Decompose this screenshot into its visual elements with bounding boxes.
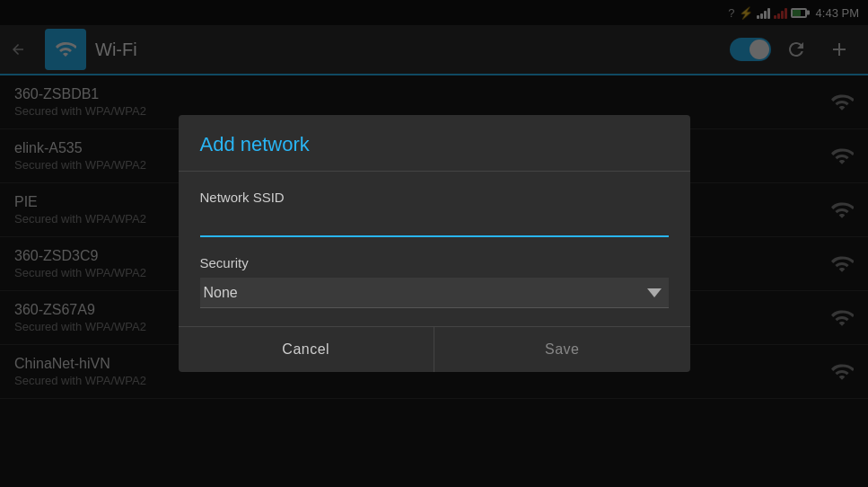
dialog-footer: Cancel Save <box>179 326 690 372</box>
security-label: Security <box>200 255 669 270</box>
save-button[interactable]: Save <box>434 327 690 372</box>
security-select[interactable]: None WEP WPA/WPA2 PSK 802.1x EAP <box>200 278 669 308</box>
dialog-body: Network SSID Security None WEP WPA/WPA2 … <box>179 172 690 326</box>
dialog-header: Add network <box>179 115 690 172</box>
ssid-input[interactable] <box>200 212 669 237</box>
ssid-label: Network SSID <box>200 190 669 205</box>
cancel-button[interactable]: Cancel <box>179 327 435 372</box>
security-dropdown-wrapper: None WEP WPA/WPA2 PSK 802.1x EAP <box>200 278 669 308</box>
add-network-dialog: Add network Network SSID Security None W… <box>179 115 690 372</box>
modal-overlay: Add network Network SSID Security None W… <box>0 0 868 487</box>
dialog-title: Add network <box>200 133 310 155</box>
